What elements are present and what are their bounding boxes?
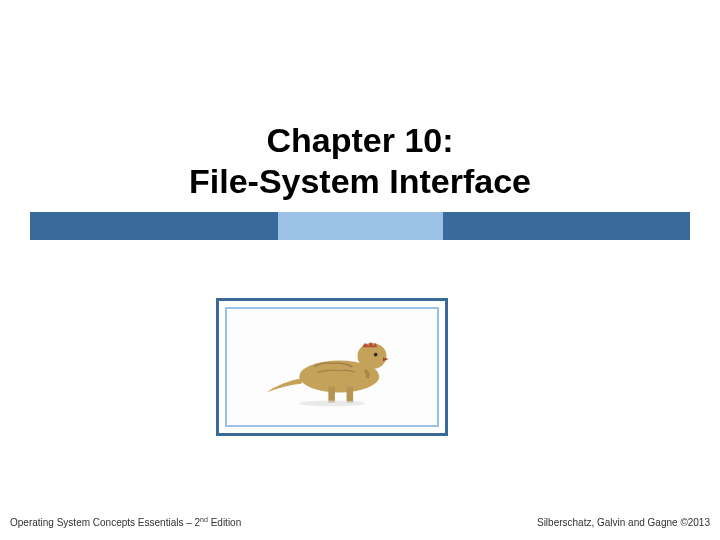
bar-segment-dark-left [30, 212, 278, 240]
svg-rect-3 [328, 387, 335, 403]
footer-right: Silberschatz, Galvin and Gagne ©2013 [537, 517, 710, 528]
svg-point-2 [374, 353, 378, 357]
footer-left-suffix: Edition [208, 517, 241, 528]
title-line-2: File-System Interface [0, 161, 720, 202]
svg-point-5 [299, 400, 364, 406]
decorative-bar [30, 212, 690, 240]
footer-left: Operating System Concepts Essentials – 2… [10, 516, 241, 528]
image-inner-border [225, 307, 439, 427]
title-line-1: Chapter 10: [0, 120, 720, 161]
image-frame [216, 298, 448, 436]
dinosaur-icon [257, 327, 407, 407]
footer-left-prefix: Operating System Concepts Essentials – 2 [10, 517, 200, 528]
bar-segment-light [278, 212, 443, 240]
bar-segment-dark-right [443, 212, 691, 240]
footer-left-sup: nd [200, 516, 208, 523]
svg-rect-4 [347, 387, 354, 403]
slide-title: Chapter 10: File-System Interface [0, 120, 720, 202]
